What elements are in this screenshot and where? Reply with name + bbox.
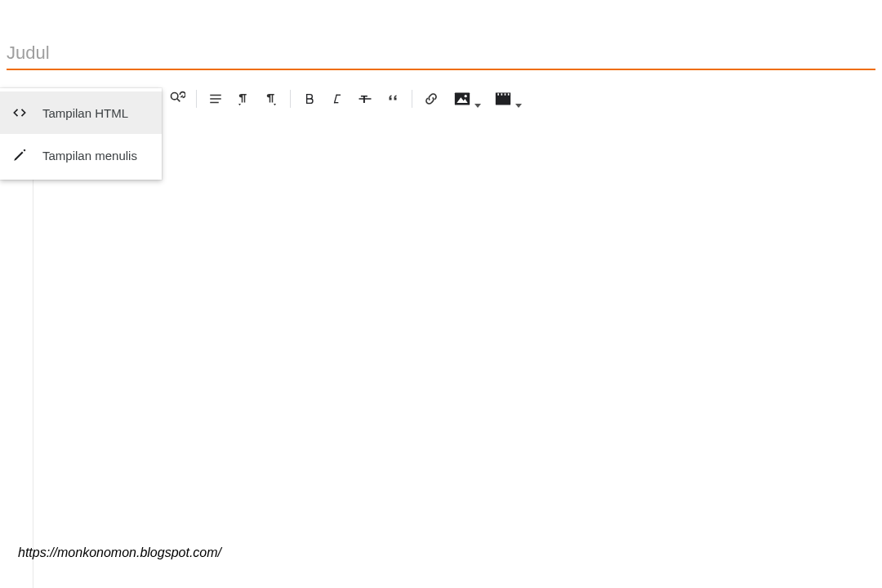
svg-rect-14	[497, 93, 499, 96]
view-compose-label: Tampilan menulis	[42, 149, 137, 163]
italic-button[interactable]	[323, 85, 351, 113]
svg-rect-17	[508, 93, 510, 96]
toolbar-separator	[196, 90, 197, 108]
svg-point-0	[172, 93, 178, 100]
svg-rect-15	[501, 93, 503, 96]
code-icon	[11, 105, 28, 121]
strikethrough-button[interactable]: T	[351, 85, 379, 113]
toolbar-separator	[412, 90, 412, 108]
insert-video-button[interactable]	[486, 85, 520, 113]
svg-rect-8	[359, 98, 372, 100]
svg-rect-16	[505, 93, 506, 96]
svg-rect-6	[334, 95, 337, 104]
post-title-input[interactable]	[7, 39, 875, 70]
watermark-url: https://monkonomon.blogspot.com/	[18, 546, 221, 560]
ltr-button[interactable]	[229, 85, 257, 113]
editor-content-area[interactable]	[33, 126, 882, 588]
find-replace-button[interactable]	[163, 85, 191, 113]
caret-down-icon	[515, 104, 522, 108]
rtl-button[interactable]	[257, 85, 285, 113]
svg-rect-9	[455, 93, 470, 105]
svg-point-11	[465, 95, 467, 97]
quote-button[interactable]	[379, 85, 407, 113]
view-html-option[interactable]: Tampilan HTML	[0, 91, 162, 134]
svg-rect-12	[496, 96, 510, 105]
caret-down-icon	[474, 104, 481, 108]
line-spacing-button[interactable]	[202, 85, 229, 113]
bold-button[interactable]	[296, 85, 323, 113]
view-compose-option[interactable]: Tampilan menulis	[0, 134, 162, 176]
view-mode-dropdown: Tampilan HTML Tampilan menulis	[0, 88, 162, 180]
svg-rect-1	[210, 95, 221, 96]
pencil-icon	[11, 147, 28, 163]
svg-rect-3	[210, 102, 219, 104]
toolbar-separator	[290, 90, 291, 108]
view-html-label: Tampilan HTML	[42, 106, 128, 120]
svg-rect-2	[210, 98, 221, 100]
insert-link-button[interactable]	[417, 85, 445, 113]
insert-image-button[interactable]	[445, 85, 479, 113]
